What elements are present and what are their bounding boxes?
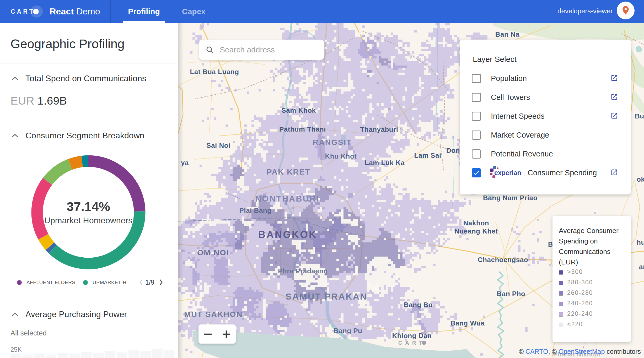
svg-text:OM NOI: OM NOI (197, 248, 229, 257)
svg-text:NONTHABURI: NONTHABURI (255, 194, 319, 203)
svg-text:ok Pip: ok Pip (637, 175, 644, 183)
svg-text:Plai Bang: Plai Bang (239, 207, 272, 214)
svg-text:RANGSIT: RANGSIT (313, 138, 352, 147)
svg-text:Nakhon: Nakhon (463, 219, 489, 227)
svg-text:Don: Don (446, 147, 460, 154)
svg-text:..: .. (524, 174, 525, 176)
svg-text:hun: hun (637, 238, 644, 246)
svg-text:Lam Sai: Lam Sai (414, 151, 441, 159)
svg-text:Thanyaburi: Thanyaburi (360, 126, 398, 133)
svg-text:Bang Nam Priao: Bang Nam Priao (483, 194, 538, 202)
svg-text:CART: CART (398, 340, 426, 346)
svg-text:CART: CART (11, 8, 35, 15)
svg-text:Lam Luk Ka: Lam Luk Ka (365, 159, 405, 167)
svg-text:SAMUT PRAKAN: SAMUT PRAKAN (286, 291, 367, 301)
svg-text:Buri: Buri (635, 112, 644, 120)
svg-text:PAK KRET: PAK KRET (266, 167, 310, 176)
svg-text:BANGKOK: BANGKOK (258, 229, 317, 240)
svg-text:Phra Pradaeng: Phra Pradaeng (278, 267, 328, 275)
svg-text:Ban Na: Ban Na (495, 30, 520, 38)
svg-text:Chachoengsao: Chachoengsao (478, 256, 528, 264)
svg-text:MUT SAKHON: MUT SAKHON (184, 310, 243, 318)
svg-text:Pathum Thani: Pathum Thani (279, 125, 326, 133)
svg-text:Bang Wua: Bang Wua (450, 319, 485, 327)
svg-text:Khlong Dan: Khlong Dan (392, 332, 432, 340)
svg-text:Nueang Khet: Nueang Khet (454, 227, 498, 235)
svg-text:Sam Khok: Sam Khok (281, 106, 316, 114)
svg-text:Khu Khot: Khu Khot (325, 152, 357, 160)
svg-text:Lat Bua Luang: Lat Bua Luang (190, 68, 239, 76)
svg-text:Ban Pho: Ban Pho (497, 290, 525, 298)
svg-text:Sai Noi: Sai Noi (206, 142, 230, 149)
svg-text:experian: experian (494, 169, 521, 176)
svg-text:anam: anam (639, 263, 644, 271)
svg-text:Bang Pu: Bang Pu (334, 327, 362, 335)
svg-text:Bang Bo: Bang Bo (404, 301, 433, 309)
